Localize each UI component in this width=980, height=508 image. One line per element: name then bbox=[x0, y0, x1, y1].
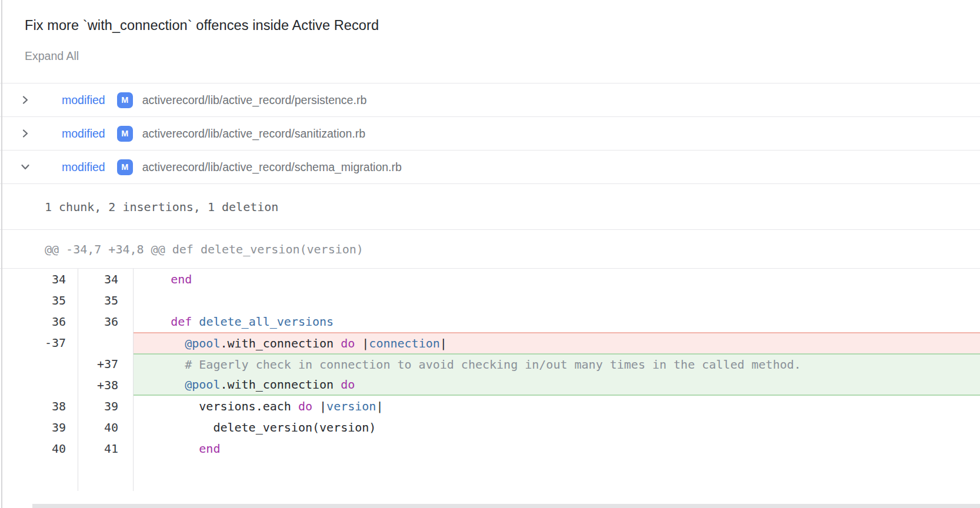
file-row[interactable]: modified M activerecord/lib/active_recor… bbox=[0, 117, 980, 151]
code-token: delete_all_versions bbox=[199, 315, 334, 329]
code-token bbox=[142, 442, 199, 456]
file-row[interactable]: modified M activerecord/lib/active_recor… bbox=[0, 151, 980, 184]
old-line-number: 38 bbox=[0, 396, 78, 417]
hunk-header-row: @@ -34,7 +34,8 @@ def delete_version(ver… bbox=[0, 230, 980, 269]
code-token: do bbox=[341, 336, 355, 350]
code-cell: end bbox=[134, 438, 980, 459]
new-line-number: +37 bbox=[78, 353, 134, 375]
chevron-icon[interactable] bbox=[19, 128, 31, 139]
code-cell: @pool.with_connection do bbox=[134, 375, 980, 396]
code-token: connection bbox=[369, 336, 439, 350]
code-token bbox=[142, 315, 171, 329]
old-line-number: 35 bbox=[0, 290, 78, 311]
chunk-summary-row: 1 chunk, 2 insertions, 1 deletion bbox=[0, 184, 980, 230]
new-line-number: 35 bbox=[78, 290, 134, 311]
code-token: end bbox=[171, 272, 192, 286]
modified-badge: M bbox=[117, 126, 133, 142]
file-path: activerecord/lib/active_record/schema_mi… bbox=[142, 161, 402, 174]
chevron-icon[interactable] bbox=[19, 94, 31, 106]
new-line-number: +38 bbox=[78, 375, 134, 396]
new-line-number-gutter bbox=[78, 459, 134, 491]
code-cell: end bbox=[134, 269, 980, 290]
new-line-number: 34 bbox=[78, 269, 134, 290]
code-token: .with_connection bbox=[220, 377, 341, 392]
old-line-number: -37 bbox=[0, 332, 78, 353]
diff-line: 39 40 delete_version(version) bbox=[0, 417, 980, 438]
code-token: | bbox=[376, 399, 383, 413]
modified-badge: M bbox=[117, 92, 133, 108]
file-status-label: modified bbox=[62, 127, 105, 141]
code-token: .with_connection bbox=[220, 336, 341, 350]
file-list: modified M activerecord/lib/active_recor… bbox=[0, 83, 980, 184]
diff-line: 36 36 def delete_all_versions bbox=[0, 311, 980, 332]
code-cell: @pool.with_connection do |connection| bbox=[134, 332, 980, 353]
file-path: activerecord/lib/active_record/sanitizat… bbox=[142, 127, 365, 141]
code-token: do bbox=[341, 377, 355, 392]
code-token: @pool bbox=[185, 377, 220, 392]
file-row[interactable]: modified M activerecord/lib/active_recor… bbox=[0, 83, 980, 117]
code-cell: def delete_all_versions bbox=[134, 311, 980, 332]
code-token: @pool bbox=[185, 336, 220, 350]
new-line-number bbox=[78, 332, 134, 353]
code-token: delete_version(version) bbox=[142, 420, 376, 435]
old-line-number: 39 bbox=[0, 417, 78, 438]
old-line-number: 40 bbox=[0, 438, 78, 459]
diff-line: 38 39 versions.each do |version| bbox=[0, 396, 980, 417]
code-token: | bbox=[312, 399, 326, 413]
diff-line: +37 # Eagerly check in connection to avo… bbox=[0, 353, 980, 375]
chevron-icon[interactable] bbox=[19, 161, 31, 173]
code-token: | bbox=[355, 336, 369, 350]
expand-all-button[interactable]: Expand All bbox=[25, 49, 79, 63]
code-token: end bbox=[199, 442, 220, 456]
old-line-number-gutter bbox=[0, 459, 78, 491]
old-line-number: 36 bbox=[0, 311, 78, 332]
modified-badge: M bbox=[117, 159, 133, 175]
code-token: | bbox=[440, 336, 447, 350]
file-status-label: modified bbox=[62, 161, 105, 174]
new-line-number: 39 bbox=[78, 396, 134, 417]
old-line-number bbox=[0, 375, 78, 396]
new-line-number: 40 bbox=[78, 417, 134, 438]
code-cell: # Eagerly check in connection to avoid c… bbox=[134, 353, 980, 375]
new-line-number: 41 bbox=[78, 438, 134, 459]
diff-header: Fix more `with_connection` offences insi… bbox=[0, 0, 980, 83]
file-status-label: modified bbox=[62, 93, 105, 107]
diff-line: +38 @pool.with_connection do bbox=[0, 375, 980, 396]
code-token bbox=[142, 336, 185, 350]
commit-title: Fix more `with_connection` offences insi… bbox=[25, 18, 980, 34]
code-token: def bbox=[171, 315, 192, 329]
scrollbar-horizontal[interactable] bbox=[32, 504, 980, 508]
diff-line: 34 34 end bbox=[0, 269, 980, 290]
diff-table-filler bbox=[0, 459, 980, 491]
file-path: activerecord/lib/active_record/persisten… bbox=[142, 93, 367, 107]
code-cell: delete_version(version) bbox=[134, 417, 980, 438]
diff-lines: 34 34 end 35 35 36 36 def delete_all_ver… bbox=[0, 269, 980, 459]
code-gutter bbox=[134, 459, 980, 491]
diff-line: -37 @pool.with_connection do |connection… bbox=[0, 332, 980, 353]
code-cell: versions.each do |version| bbox=[134, 396, 980, 417]
chunk-summary: 1 chunk, 2 insertions, 1 deletion bbox=[45, 200, 278, 214]
code-cell bbox=[134, 290, 980, 311]
code-token: versions.each bbox=[142, 399, 298, 413]
code-token: do bbox=[298, 399, 312, 413]
diff-line: 40 41 end bbox=[0, 438, 980, 459]
left-panel-border bbox=[1, 0, 2, 508]
code-token: # Eagerly check in connection to avoid c… bbox=[185, 357, 801, 372]
code-token bbox=[142, 377, 185, 392]
code-token bbox=[142, 357, 185, 372]
old-line-number bbox=[0, 353, 78, 375]
code-token bbox=[142, 272, 171, 286]
code-token: version bbox=[326, 399, 376, 413]
old-line-number: 34 bbox=[0, 269, 78, 290]
hunk-header: @@ -34,7 +34,8 @@ def delete_version(ver… bbox=[45, 242, 364, 256]
diff-line: 35 35 bbox=[0, 290, 980, 311]
code-token bbox=[192, 315, 199, 329]
new-line-number: 36 bbox=[78, 311, 134, 332]
